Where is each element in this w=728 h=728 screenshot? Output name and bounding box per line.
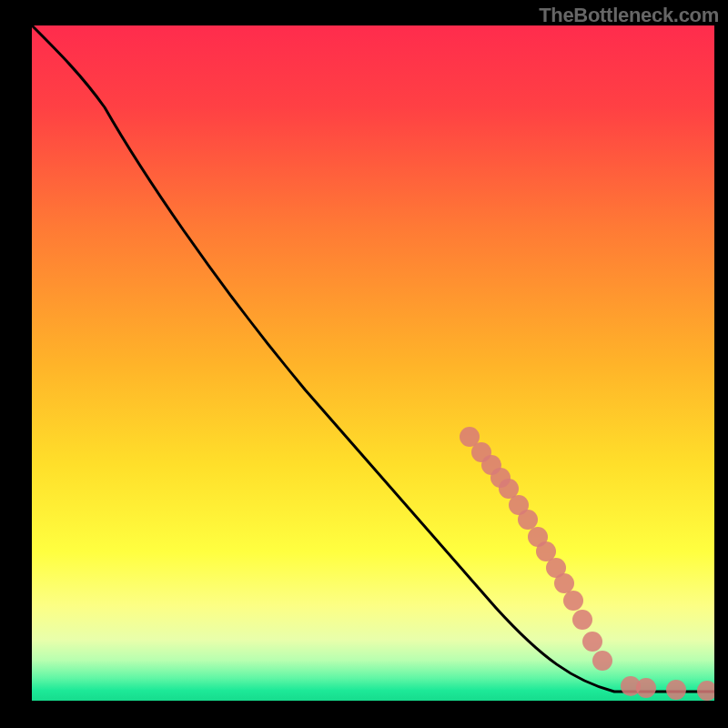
svg-point-12 — [563, 591, 583, 611]
chart-container: TheBottleneck.com — [0, 0, 728, 728]
svg-point-13 — [572, 610, 592, 630]
scatter-points — [460, 427, 714, 701]
watermark-text: TheBottleneck.com — [539, 4, 719, 27]
svg-point-11 — [554, 573, 574, 593]
bottleneck-curve — [32, 25, 714, 692]
svg-point-17 — [636, 678, 656, 698]
svg-point-7 — [518, 510, 538, 530]
svg-point-19 — [697, 681, 714, 701]
svg-point-15 — [592, 651, 612, 671]
svg-point-18 — [666, 680, 686, 700]
curve-layer — [32, 25, 714, 701]
plot-area — [32, 25, 714, 701]
svg-point-14 — [582, 632, 602, 652]
